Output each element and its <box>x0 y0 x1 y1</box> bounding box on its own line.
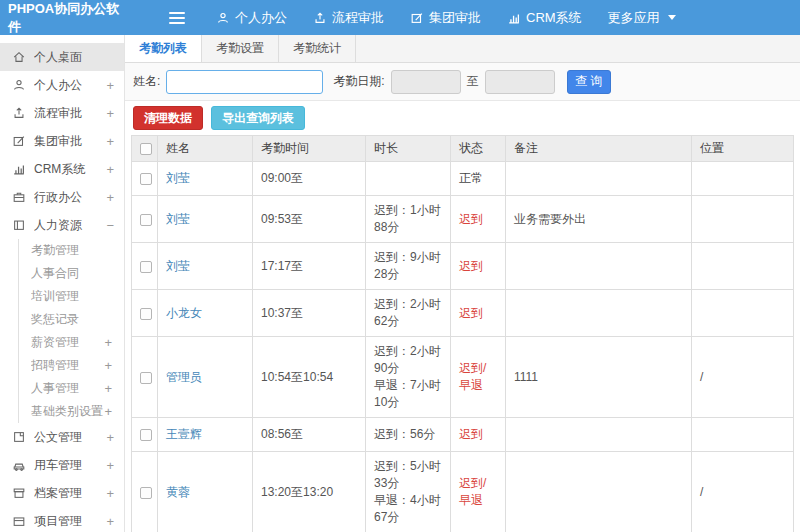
nav-more-apps[interactable]: 更多应用 <box>595 0 689 35</box>
employee-name-link[interactable]: 小龙女 <box>166 306 202 320</box>
remark <box>506 162 692 196</box>
sidebar-item-personal-office[interactable]: 个人办公 + <box>0 71 124 99</box>
sidebar-item-group-approval[interactable]: 集团审批 + <box>0 127 124 155</box>
sidebar-item-label: 人力资源 <box>34 217 106 234</box>
row-checkbox[interactable] <box>140 429 152 441</box>
row-checkbox[interactable] <box>140 308 152 320</box>
employee-name-link[interactable]: 刘莹 <box>166 171 190 185</box>
sidebar-item-label: 个人桌面 <box>34 49 114 66</box>
sidebar-subitem-personnel-mgmt[interactable]: 人事管理 + <box>19 377 124 400</box>
hr-submenu: 考勤管理 人事合同 培训管理 奖惩记录 薪资管理 + 招聘管理 + 人事管理 +… <box>18 239 124 423</box>
tab-attendance-list[interactable]: 考勤列表 <box>125 35 202 62</box>
attendance-time: 13:20至13:20 <box>253 452 366 532</box>
row-checkbox[interactable] <box>140 214 152 226</box>
bar-chart-icon <box>507 11 521 25</box>
col-status: 状态 <box>451 136 506 162</box>
sidebar-subitem-base-category[interactable]: 基础类别设置 + <box>19 400 124 423</box>
nav-personal-office[interactable]: 个人办公 <box>203 0 300 35</box>
expand-icon[interactable]: + <box>106 162 114 177</box>
table-row: 王壹辉 08:56至 迟到：56分 迟到 <box>132 418 794 452</box>
expand-icon[interactable]: + <box>104 358 112 373</box>
attendance-time: 08:56至 <box>253 418 366 452</box>
menu-toggle-icon[interactable] <box>169 12 185 24</box>
status-badge: 迟到/早退 <box>459 476 486 507</box>
date-from-input[interactable] <box>391 70 461 94</box>
expand-icon[interactable]: + <box>106 190 114 205</box>
sidebar-subitem-recruit-mgmt[interactable]: 招聘管理 + <box>19 354 124 377</box>
table-row: 小龙女 10:37至 迟到：2小时62分 迟到 <box>132 290 794 337</box>
attendance-time: 09:53至 <box>253 196 366 243</box>
name-label: 姓名: <box>133 73 160 90</box>
table-row: 刘莹 09:53至 迟到：1小时88分 迟到 业务需要外出 <box>132 196 794 243</box>
expand-icon[interactable]: + <box>106 514 114 529</box>
sidebar-subitem-salary-mgmt[interactable]: 薪资管理 + <box>19 331 124 354</box>
employee-name-link[interactable]: 刘莹 <box>166 212 190 226</box>
col-duration: 时长 <box>366 136 451 162</box>
name-input[interactable] <box>166 70 323 94</box>
sidebar-item-process-approval[interactable]: 流程审批 + <box>0 99 124 127</box>
duration: 迟到：5小时33分早退：4小时67分 <box>366 452 451 532</box>
employee-name-link[interactable]: 管理员 <box>166 370 202 384</box>
row-checkbox[interactable] <box>140 261 152 273</box>
remark: 1111 <box>506 337 692 418</box>
sidebar-item-document-mgmt[interactable]: 公文管理 + <box>0 423 124 451</box>
expand-icon[interactable]: + <box>106 458 114 473</box>
select-all-checkbox[interactable] <box>140 143 152 155</box>
sidebar-item-personal-desktop[interactable]: 个人桌面 <box>0 43 124 71</box>
nav-crm-system[interactable]: CRM系统 <box>494 0 595 35</box>
employee-name-link[interactable]: 刘莹 <box>166 259 190 273</box>
status-badge: 迟到 <box>459 427 483 441</box>
sidebar-item-admin-office[interactable]: 行政办公 + <box>0 183 124 211</box>
date-to-input[interactable] <box>485 70 555 94</box>
table-header-row: 姓名 考勤时间 时长 状态 备注 位置 <box>132 136 794 162</box>
query-button[interactable]: 查 询 <box>567 70 611 94</box>
status-badge: 迟到/早退 <box>459 361 486 392</box>
col-remark: 备注 <box>506 136 692 162</box>
sidebar-subitem-reward-record[interactable]: 奖惩记录 <box>19 308 124 331</box>
sidebar-subitem-attendance-mgmt[interactable]: 考勤管理 <box>19 239 124 262</box>
sidebar-item-project-mgmt[interactable]: 项目管理 + <box>0 507 124 532</box>
export-list-button[interactable]: 导出查询列表 <box>211 106 305 130</box>
remark <box>506 290 692 337</box>
sidebar-item-label: CRM系统 <box>34 161 106 178</box>
sidebar-subitem-label: 人事合同 <box>31 265 112 282</box>
nav-group-approval[interactable]: 集团审批 <box>397 0 494 35</box>
employee-name-link[interactable]: 黄蓉 <box>166 485 190 499</box>
attendance-table-wrap: 姓名 考勤时间 时长 状态 备注 位置 刘莹 09:00至 正常 <box>125 135 800 532</box>
attendance-time: 10:54至10:54 <box>253 337 366 418</box>
to-label: 至 <box>467 73 479 90</box>
sidebar-item-archive-mgmt[interactable]: 档案管理 + <box>0 479 124 507</box>
sidebar-subitem-label: 基础类别设置 <box>31 403 104 420</box>
sidebar-item-vehicle-mgmt[interactable]: 用车管理 + <box>0 451 124 479</box>
sidebar-item-crm[interactable]: CRM系统 + <box>0 155 124 183</box>
tab-attendance-settings[interactable]: 考勤设置 <box>202 35 279 62</box>
expand-icon[interactable]: + <box>104 404 112 419</box>
location <box>692 418 794 452</box>
expand-icon[interactable]: + <box>106 430 114 445</box>
nav-process-approval[interactable]: 流程审批 <box>300 0 397 35</box>
expand-icon[interactable]: + <box>106 106 114 121</box>
expand-icon[interactable]: + <box>106 134 114 149</box>
row-checkbox[interactable] <box>140 487 152 499</box>
expand-icon[interactable]: + <box>106 486 114 501</box>
duration: 迟到：9小时28分 <box>366 243 451 290</box>
tab-bar: 考勤列表 考勤设置 考勤统计 <box>125 35 800 63</box>
collapse-icon[interactable]: − <box>106 218 114 233</box>
location: / <box>692 337 794 418</box>
expand-icon[interactable]: + <box>104 335 112 350</box>
search-bar: 姓名: 考勤日期: 至 查 询 <box>125 63 800 101</box>
clean-data-button[interactable]: 清理数据 <box>133 106 203 130</box>
sidebar-subitem-hr-contract[interactable]: 人事合同 <box>19 262 124 285</box>
user-icon <box>12 78 26 92</box>
location <box>692 290 794 337</box>
row-checkbox[interactable] <box>140 173 152 185</box>
expand-icon[interactable]: + <box>104 381 112 396</box>
expand-icon[interactable]: + <box>106 78 114 93</box>
row-checkbox[interactable] <box>140 372 152 384</box>
sidebar-subitem-training-mgmt[interactable]: 培训管理 <box>19 285 124 308</box>
employee-name-link[interactable]: 王壹辉 <box>166 427 202 441</box>
tab-attendance-stats[interactable]: 考勤统计 <box>279 35 356 62</box>
sidebar-item-label: 集团审批 <box>34 133 106 150</box>
attendance-time: 09:00至 <box>253 162 366 196</box>
sidebar-item-hr[interactable]: 人力资源 − <box>0 211 124 239</box>
